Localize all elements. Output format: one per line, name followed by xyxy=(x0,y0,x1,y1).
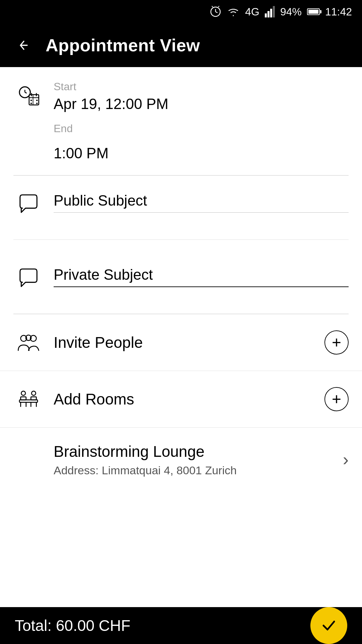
chat-bubble-icon-private xyxy=(16,266,41,290)
invite-people-icon-col xyxy=(13,329,44,356)
datetime-info: Start Apr 19, 12:00 PM End 1:00 PM xyxy=(54,80,349,162)
add-rooms-icon-col xyxy=(13,386,44,413)
page-title: Appointment View xyxy=(46,35,200,55)
battery-icon xyxy=(307,8,320,15)
people-icon xyxy=(16,332,41,356)
private-subject-icon-col xyxy=(13,263,44,290)
back-button[interactable] xyxy=(12,34,36,57)
signal-icon xyxy=(265,6,275,17)
public-subject-input-wrapper[interactable]: Public Subject xyxy=(54,192,349,213)
spacer-2 xyxy=(0,240,362,250)
room-info: Brainstorming Lounge Address: Limmatquai… xyxy=(54,442,336,477)
room-name: Brainstorming Lounge xyxy=(54,442,336,461)
svg-line-11 xyxy=(25,92,26,93)
svg-point-31 xyxy=(21,391,25,395)
bottom-bar: Total: 60.00 CHF xyxy=(0,607,362,644)
app-bar: Appointment View xyxy=(0,23,362,67)
time-display: 11:42 xyxy=(325,6,352,18)
svg-line-4 xyxy=(218,6,219,7)
svg-rect-6 xyxy=(267,11,269,17)
confirm-button[interactable] xyxy=(310,607,347,644)
rooms-icon xyxy=(16,388,41,413)
svg-point-17 xyxy=(31,100,32,101)
public-subject-row: Public Subject xyxy=(0,176,362,229)
bottom-spacer xyxy=(0,492,362,529)
content-area: Start Apr 19, 12:00 PM End 1:00 PM Publi… xyxy=(0,67,362,529)
start-label: Start xyxy=(54,80,349,93)
alarm-icon xyxy=(209,6,222,18)
total-label: Total: 60.00 CHF xyxy=(15,616,130,635)
svg-point-19 xyxy=(31,103,32,104)
plus-icon-invite: + xyxy=(332,334,341,351)
invite-people-row[interactable]: Invite People + xyxy=(0,314,362,371)
end-label: End xyxy=(54,122,349,135)
start-value: Apr 19, 12:00 PM xyxy=(54,96,349,112)
plus-icon-rooms: + xyxy=(332,391,341,407)
spacer-1 xyxy=(0,229,362,239)
svg-rect-8 xyxy=(273,6,275,17)
chat-bubble-icon-public xyxy=(16,192,41,216)
private-subject-row: Private Subject xyxy=(0,250,362,304)
add-rooms-row[interactable]: Add Rooms + xyxy=(0,371,362,428)
wifi-icon xyxy=(227,7,240,17)
status-bar: 4G 94% 11:42 xyxy=(0,0,362,23)
invite-people-add-button[interactable]: + xyxy=(324,330,349,355)
svg-rect-5 xyxy=(265,13,267,17)
add-rooms-label: Add Rooms xyxy=(54,390,314,408)
room-item[interactable]: Brainstorming Lounge Address: Limmatquai… xyxy=(0,428,362,492)
calendar-icon-col xyxy=(13,80,44,107)
svg-line-2 xyxy=(216,12,218,13)
svg-point-18 xyxy=(36,100,38,101)
svg-rect-28 xyxy=(31,397,36,400)
public-subject-input[interactable]: Public Subject xyxy=(54,192,349,209)
svg-rect-7 xyxy=(270,9,272,17)
private-subject-input[interactable]: Private Subject xyxy=(54,266,349,283)
public-subject-icon-col xyxy=(13,189,44,216)
svg-point-20 xyxy=(36,103,38,104)
back-arrow-icon xyxy=(15,37,32,54)
spacer-3 xyxy=(0,304,362,314)
svg-rect-25 xyxy=(21,397,26,400)
invite-people-label: Invite People xyxy=(54,333,314,352)
status-icons: 4G 94% 11:42 xyxy=(209,6,352,18)
room-address: Address: Limmatquai 4, 8001 Zurich xyxy=(54,464,336,477)
calendar-clock-icon xyxy=(16,83,41,107)
svg-line-3 xyxy=(212,6,213,7)
private-subject-input-wrapper[interactable]: Private Subject xyxy=(54,266,349,287)
datetime-section: Start Apr 19, 12:00 PM End 1:00 PM xyxy=(0,67,362,175)
chevron-right-icon: › xyxy=(343,449,349,470)
battery-percent: 94% xyxy=(280,6,302,18)
network-type: 4G xyxy=(245,6,259,18)
add-rooms-button[interactable]: + xyxy=(324,387,349,411)
checkmark-icon xyxy=(319,616,338,635)
end-value: 1:00 PM xyxy=(54,145,349,162)
svg-point-32 xyxy=(32,391,36,395)
